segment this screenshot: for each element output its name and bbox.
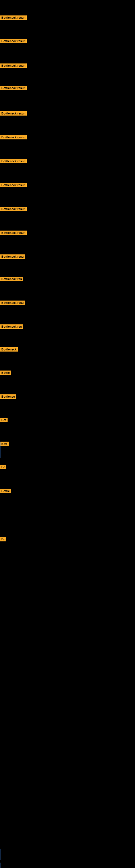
vertical-line — [1, 442, 1, 458]
vertical-line — [1, 863, 1, 868]
bottleneck-badge: Bottleneck result — [0, 86, 27, 90]
bottleneck-result-row: Bottleneck res — [0, 324, 23, 330]
bottleneck-badge: Bottleneck result — [0, 63, 27, 68]
bottleneck-badge: Bottlenec — [0, 394, 16, 399]
bottleneck-result-row: Bo — [0, 537, 6, 542]
bottleneck-result-row: Bottleneck result — [0, 135, 27, 141]
bottleneck-badge: Bottleneck result — [0, 207, 27, 211]
bottleneck-result-row: Bottleneck res — [0, 277, 23, 282]
bottleneck-result-row: Bottleneck result — [0, 230, 27, 236]
bottleneck-badge: Bottleneck result — [0, 183, 27, 187]
bottleneck-result-row: Bottleneck result — [0, 183, 27, 188]
bottleneck-result-row: Bott — [0, 442, 9, 447]
bottleneck-badge: Bottleneck result — [0, 135, 27, 140]
bottleneck-badge: Bot — [0, 418, 8, 422]
bottleneck-result-row: Bottle — [0, 371, 11, 376]
bottleneck-result-row: Bottleneck result — [0, 16, 27, 21]
bottleneck-badge: Bottleneck result — [0, 39, 27, 43]
vertical-line — [1, 849, 1, 860]
site-title — [0, 0, 135, 3]
bottleneck-result-row: Bo — [0, 465, 6, 470]
bottleneck-badge: Bottleneck result — [0, 159, 27, 163]
bottleneck-badge: Bottleneck res — [0, 324, 23, 329]
bottleneck-badge: Bottle — [0, 371, 11, 375]
bottleneck-badge: Bottleneck result — [0, 230, 27, 235]
bottleneck-result-row: Bottleneck result — [0, 63, 27, 69]
bottleneck-result-row: Bottlenec — [0, 394, 16, 400]
bottleneck-result-row: Bottleneck result — [0, 111, 27, 117]
bottleneck-badge: Bottleneck result — [0, 111, 27, 116]
bottleneck-result-row: Bottleneck result — [0, 86, 27, 91]
bottleneck-badge: Bottle — [0, 489, 11, 493]
bottleneck-result-row: Bottle — [0, 489, 11, 494]
bottleneck-badge: Bott — [0, 442, 9, 446]
bottleneck-result-row: Bottleneck — [0, 347, 18, 352]
bottleneck-badge: Bottleneck resu — [0, 254, 25, 259]
bottleneck-result-row: Bottleneck resu — [0, 301, 25, 306]
bottleneck-badge: Bo — [0, 465, 6, 469]
bottleneck-badge: Bottleneck resu — [0, 301, 25, 305]
bottleneck-result-row: Bottleneck result — [0, 39, 27, 44]
bottleneck-badge: Bottleneck — [0, 347, 18, 351]
bottleneck-result-row: Bottleneck resu — [0, 254, 25, 260]
bottleneck-badge: Bottleneck result — [0, 16, 27, 20]
bottleneck-result-row: Bottleneck result — [0, 159, 27, 164]
bottleneck-result-row: Bottleneck result — [0, 207, 27, 212]
bottleneck-badge: Bottleneck res — [0, 277, 23, 281]
bottleneck-badge: Bo — [0, 537, 6, 541]
bottleneck-result-row: Bot — [0, 418, 8, 423]
